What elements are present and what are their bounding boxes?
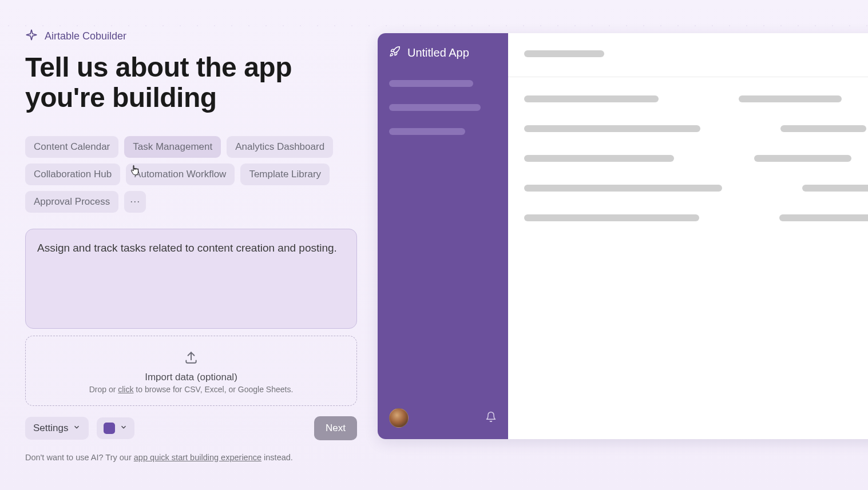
- skeleton-line: [754, 155, 851, 162]
- rocket-icon: [389, 46, 401, 59]
- skeleton-line: [524, 185, 722, 192]
- alt-text: Don't want to use AI? Try our app quick …: [25, 453, 357, 462]
- skeleton-line: [524, 50, 604, 57]
- divider: [508, 77, 868, 77]
- skeleton-line: [389, 128, 465, 135]
- color-swatch: [104, 423, 115, 434]
- skeleton-line: [524, 214, 699, 221]
- next-button[interactable]: Next: [314, 416, 357, 440]
- decorative-dots: [0, 17, 868, 29]
- app-preview: Untitled App: [378, 33, 868, 439]
- chip-template-library[interactable]: Template Library: [240, 164, 330, 185]
- skeleton-line: [802, 185, 868, 192]
- chip-approval-process[interactable]: Approval Process: [25, 191, 118, 213]
- quick-start-link[interactable]: app quick start building experience: [134, 453, 261, 462]
- bell-icon[interactable]: [485, 411, 497, 425]
- chip-automation-workflow[interactable]: Automation Workflow: [126, 164, 235, 185]
- chip-task-management[interactable]: Task Management: [124, 136, 221, 158]
- preview-title-row: Untitled App: [389, 46, 497, 59]
- avatar[interactable]: [389, 408, 409, 428]
- import-dropzone[interactable]: Import data (optional) Drop or click to …: [25, 336, 357, 406]
- skeleton-line: [739, 95, 842, 102]
- suggestion-chips: Content Calendar Task Management Analyti…: [25, 136, 357, 213]
- skeleton-row: [524, 185, 868, 192]
- brand-row: Airtable Cobuilder: [25, 29, 357, 43]
- brand-label: Airtable Cobuilder: [45, 30, 126, 42]
- preview-app-title: Untitled App: [407, 46, 469, 59]
- app-description-input[interactable]: [25, 229, 357, 329]
- preview-main: [508, 33, 868, 439]
- chip-more-button[interactable]: ···: [124, 191, 146, 213]
- preview-sidebar-footer: [389, 408, 497, 428]
- settings-button[interactable]: Settings: [25, 417, 89, 440]
- import-click-link[interactable]: click: [118, 385, 133, 394]
- import-subtitle: Drop or click to browse for CSV, Excel, …: [37, 385, 345, 394]
- upload-icon: [184, 361, 199, 371]
- chip-content-calendar[interactable]: Content Calendar: [25, 136, 118, 158]
- chevron-down-icon: [120, 423, 128, 433]
- skeleton-line: [779, 214, 868, 221]
- page-headline: Tell us about the app you're building: [25, 53, 357, 113]
- skeleton-line: [389, 80, 473, 87]
- chip-analytics-dashboard[interactable]: Analytics Dashboard: [227, 136, 333, 158]
- skeleton-line: [780, 125, 866, 132]
- chevron-down-icon: [73, 423, 81, 434]
- skeleton-row: [524, 95, 868, 102]
- skeleton-row: [524, 155, 868, 162]
- sparkle-icon: [25, 29, 38, 43]
- skeleton-line: [524, 95, 659, 102]
- chip-collaboration-hub[interactable]: Collaboration Hub: [25, 164, 120, 185]
- color-picker-button[interactable]: [97, 417, 134, 439]
- skeleton-line: [524, 125, 700, 132]
- skeleton-row: [524, 125, 868, 132]
- preview-sidebar: Untitled App: [378, 33, 508, 439]
- skeleton-row: [524, 214, 868, 221]
- bottom-controls: Settings Next: [25, 416, 357, 440]
- skeleton-line: [524, 155, 674, 162]
- left-panel: Airtable Cobuilder Tell us about the app…: [25, 29, 357, 490]
- skeleton-line: [389, 104, 481, 111]
- import-title: Import data (optional): [37, 372, 345, 383]
